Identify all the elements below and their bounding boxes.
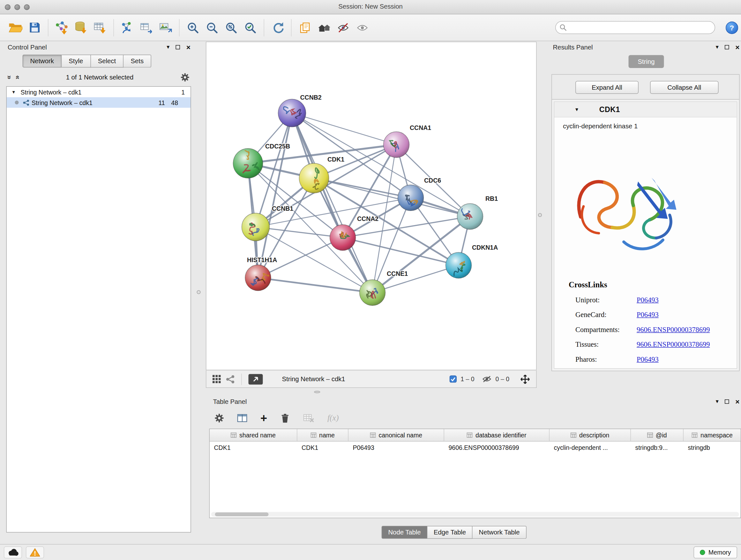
- column-header-database-identifier[interactable]: database identifier: [444, 429, 549, 441]
- network-node-ccna1[interactable]: [384, 132, 409, 158]
- hidden-eye-icon[interactable]: [482, 375, 492, 383]
- column-header-description[interactable]: description: [549, 429, 631, 441]
- network-options-gear-icon[interactable]: [181, 73, 190, 82]
- collapse-all-button[interactable]: Collapse All: [650, 81, 719, 94]
- table-horizontal-scrollbar[interactable]: [211, 512, 739, 517]
- add-column-button[interactable]: +: [260, 413, 267, 424]
- crosslink-link[interactable]: P06493: [636, 355, 659, 364]
- table-panel-close-icon[interactable]: ×: [735, 398, 739, 405]
- zoom-out-button[interactable]: [203, 17, 222, 39]
- control-panel-collapse-icon[interactable]: ▾: [166, 44, 170, 50]
- network-node-cdk1[interactable]: [299, 164, 329, 193]
- tree-collapse-icon[interactable]: ▼: [11, 90, 18, 95]
- table-tab-node-table[interactable]: Node Table: [382, 526, 428, 539]
- hide-selected-button[interactable]: [334, 17, 353, 39]
- network-node-ccnb2[interactable]: [278, 99, 306, 127]
- open-session-button[interactable]: [6, 17, 25, 39]
- function-builder-button[interactable]: f(x): [327, 414, 339, 423]
- results-panel-collapse-icon[interactable]: ▾: [716, 44, 719, 50]
- network-node-cdc6[interactable]: [398, 185, 424, 211]
- network-row-selected[interactable]: String Network – cdk1 11 48: [7, 98, 191, 108]
- table-tab-edge-table[interactable]: Edge Table: [428, 526, 473, 539]
- results-panel-close-icon[interactable]: ×: [735, 44, 739, 51]
- table-row[interactable]: CDK1CDK1P064939606.ENSP00000378699cyclin…: [210, 442, 741, 454]
- warning-button[interactable]: [26, 546, 44, 558]
- import-table-button[interactable]: [91, 17, 110, 39]
- crosslink-link[interactable]: 9606.ENSP00000378699: [636, 326, 710, 334]
- column-header-canonical-name[interactable]: canonical name: [348, 429, 444, 441]
- external-link-button[interactable]: [249, 374, 263, 384]
- zoom-selected-button[interactable]: [241, 17, 260, 39]
- network-node-cdkn1a[interactable]: [446, 253, 472, 278]
- selected-checkbox-icon[interactable]: [450, 375, 457, 383]
- tab-string[interactable]: String: [629, 55, 664, 68]
- new-network-button[interactable]: [118, 17, 137, 39]
- document-copy-button[interactable]: [295, 17, 315, 39]
- crosslink-link[interactable]: 9606.ENSP00000378699: [636, 341, 710, 349]
- network-node-ccnb1[interactable]: [242, 213, 270, 241]
- column-header-shared-name[interactable]: shared name: [210, 429, 297, 441]
- tab-network[interactable]: Network: [23, 55, 62, 68]
- refresh-button[interactable]: [268, 17, 287, 39]
- table-panel-float-icon[interactable]: [725, 399, 729, 403]
- tab-select[interactable]: Select: [91, 55, 124, 68]
- network-edge[interactable]: [292, 113, 373, 293]
- search-input[interactable]: [555, 21, 715, 34]
- grid-view-icon[interactable]: [212, 374, 221, 384]
- collapse-all-icon[interactable]: »: [13, 75, 21, 79]
- export-image-button[interactable]: [156, 17, 175, 39]
- horizontal-splitter-handle[interactable]: [314, 391, 320, 393]
- delete-table-icon[interactable]: [303, 414, 315, 422]
- control-panel-close-icon[interactable]: ×: [186, 44, 191, 51]
- scrollbar-thumb[interactable]: [215, 512, 269, 516]
- network-node-ccna2[interactable]: [330, 225, 356, 251]
- title-bar[interactable]: Session: New Session: [0, 0, 741, 14]
- homes-button[interactable]: [315, 17, 334, 39]
- network-collection-row[interactable]: ▼ String Network – cdk1 1: [7, 87, 191, 98]
- tab-style[interactable]: Style: [62, 55, 91, 68]
- column-header--id[interactable]: @id: [631, 429, 684, 441]
- network-edge[interactable]: [258, 278, 373, 293]
- network-node-hist1h1a[interactable]: [245, 265, 271, 291]
- zoom-fit-button[interactable]: [222, 17, 241, 39]
- network-view-canvas[interactable]: CCNB2CCNA1CDC25BCDK1CDC6RB1CCNB1CCNA2CDK…: [206, 42, 537, 370]
- gene-collapse-icon[interactable]: ▼: [575, 107, 579, 112]
- move-tool-icon[interactable]: [520, 374, 530, 384]
- import-network-database-button[interactable]: [71, 17, 91, 39]
- column-header-name[interactable]: name: [297, 429, 349, 441]
- expand-all-icon[interactable]: »: [6, 75, 13, 79]
- tab-sets[interactable]: Sets: [124, 55, 151, 68]
- right-splitter-handle[interactable]: [538, 213, 542, 217]
- share-network-icon[interactable]: [226, 375, 234, 383]
- crosslink-link[interactable]: P06493: [636, 296, 659, 304]
- network-node-ccne1[interactable]: [360, 280, 386, 306]
- column-header-namespace[interactable]: namespace: [684, 429, 741, 441]
- crosslink-link[interactable]: P06493: [636, 311, 659, 319]
- network-edge[interactable]: [258, 113, 292, 278]
- crosslink-label: Tissues:: [576, 341, 636, 349]
- network-graph[interactable]: CCNB2CCNA1CDC25BCDK1CDC6RB1CCNB1CCNA2CDK…: [206, 42, 536, 370]
- zoom-in-button[interactable]: [184, 17, 203, 39]
- control-panel-float-icon[interactable]: [176, 45, 180, 49]
- cloud-button[interactable]: [4, 546, 22, 558]
- left-splitter-handle[interactable]: [197, 290, 201, 294]
- gene-section-header[interactable]: ▼ CDK1: [554, 102, 737, 118]
- search-box[interactable]: [555, 21, 715, 34]
- column-type-icon: [647, 433, 653, 438]
- expand-all-button[interactable]: Expand All: [576, 81, 638, 94]
- show-columns-icon[interactable]: [237, 414, 248, 423]
- network-table-button[interactable]: [137, 17, 156, 39]
- results-panel-float-icon[interactable]: [725, 45, 729, 49]
- save-session-button[interactable]: [25, 17, 44, 39]
- help-button[interactable]: ?: [726, 21, 738, 34]
- table-panel-collapse-icon[interactable]: ▾: [716, 398, 719, 404]
- table-tab-network-table[interactable]: Network Table: [473, 526, 526, 539]
- network-node-rb1[interactable]: [457, 204, 483, 230]
- network-edge[interactable]: [373, 265, 459, 293]
- network-edge[interactable]: [292, 113, 396, 145]
- import-network-file-button[interactable]: [52, 17, 71, 39]
- memory-button[interactable]: Memory: [694, 546, 737, 558]
- show-all-button[interactable]: [353, 17, 372, 39]
- delete-column-trash-icon[interactable]: [280, 413, 290, 424]
- table-settings-gear-icon[interactable]: [214, 414, 224, 423]
